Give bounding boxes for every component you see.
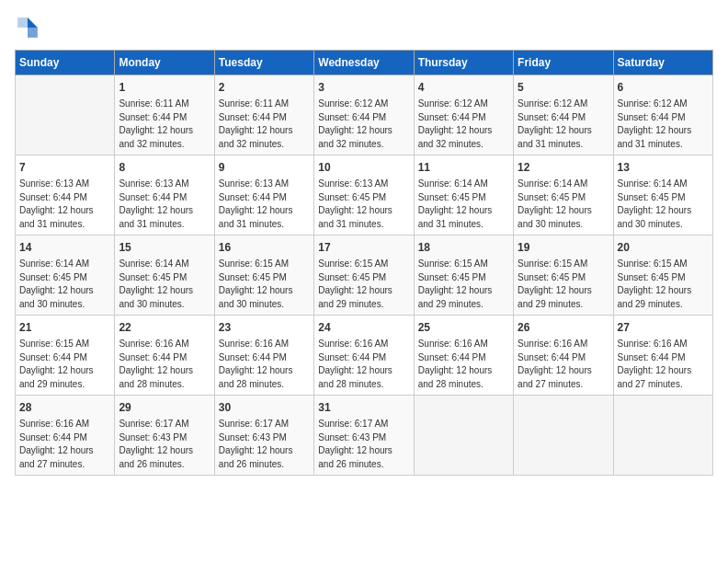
day-number: 9 <box>219 159 310 176</box>
weekday-header: Wednesday <box>314 51 414 75</box>
day-number: 17 <box>318 239 409 256</box>
day-number: 8 <box>119 159 210 176</box>
day-number: 1 <box>119 79 210 96</box>
day-info: Sunrise: 6:15 AM Sunset: 6:44 PM Dayligh… <box>19 338 110 391</box>
day-number: 14 <box>19 239 110 256</box>
day-info: Sunrise: 6:14 AM Sunset: 6:45 PM Dayligh… <box>618 178 709 231</box>
day-info: Sunrise: 6:15 AM Sunset: 6:45 PM Dayligh… <box>318 258 409 311</box>
day-number: 13 <box>618 159 709 176</box>
calendar-cell: 22Sunrise: 6:16 AM Sunset: 6:44 PM Dayli… <box>115 316 214 396</box>
day-number: 30 <box>219 399 310 416</box>
day-info: Sunrise: 6:14 AM Sunset: 6:45 PM Dayligh… <box>119 258 210 311</box>
day-number: 15 <box>119 239 210 256</box>
calendar-cell: 18Sunrise: 6:15 AM Sunset: 6:45 PM Dayli… <box>414 236 513 316</box>
calendar-cell: 26Sunrise: 6:16 AM Sunset: 6:44 PM Dayli… <box>514 316 613 396</box>
day-info: Sunrise: 6:15 AM Sunset: 6:45 PM Dayligh… <box>418 258 509 311</box>
calendar-table: SundayMondayTuesdayWednesdayThursdayFrid… <box>15 50 713 476</box>
calendar-cell: 14Sunrise: 6:14 AM Sunset: 6:45 PM Dayli… <box>16 236 115 316</box>
day-info: Sunrise: 6:12 AM Sunset: 6:44 PM Dayligh… <box>618 98 709 151</box>
calendar-cell: 5Sunrise: 6:12 AM Sunset: 6:44 PM Daylig… <box>514 75 613 155</box>
calendar-cell: 7Sunrise: 6:13 AM Sunset: 6:44 PM Daylig… <box>16 155 115 236</box>
svg-marker-2 <box>28 28 38 38</box>
day-info: Sunrise: 6:17 AM Sunset: 6:43 PM Dayligh… <box>318 418 409 471</box>
calendar-cell: 12Sunrise: 6:14 AM Sunset: 6:45 PM Dayli… <box>514 155 613 236</box>
calendar-cell: 27Sunrise: 6:16 AM Sunset: 6:44 PM Dayli… <box>613 316 712 396</box>
day-number: 27 <box>618 319 709 336</box>
day-info: Sunrise: 6:12 AM Sunset: 6:44 PM Dayligh… <box>418 98 509 151</box>
weekday-header: Sunday <box>16 51 115 75</box>
weekday-header: Saturday <box>613 51 712 75</box>
calendar-cell: 4Sunrise: 6:12 AM Sunset: 6:44 PM Daylig… <box>414 75 513 155</box>
day-info: Sunrise: 6:16 AM Sunset: 6:44 PM Dayligh… <box>418 338 509 391</box>
day-number: 25 <box>418 319 509 336</box>
day-number: 22 <box>119 319 210 336</box>
day-number: 16 <box>219 239 310 256</box>
day-number: 4 <box>418 79 509 96</box>
day-info: Sunrise: 6:15 AM Sunset: 6:45 PM Dayligh… <box>518 258 609 311</box>
calendar-cell: 20Sunrise: 6:15 AM Sunset: 6:45 PM Dayli… <box>613 236 712 316</box>
day-info: Sunrise: 6:16 AM Sunset: 6:44 PM Dayligh… <box>219 338 310 391</box>
day-info: Sunrise: 6:16 AM Sunset: 6:44 PM Dayligh… <box>19 418 110 471</box>
calendar-cell: 17Sunrise: 6:15 AM Sunset: 6:45 PM Dayli… <box>314 236 414 316</box>
day-info: Sunrise: 6:13 AM Sunset: 6:44 PM Dayligh… <box>19 178 110 231</box>
calendar-cell <box>16 75 115 155</box>
day-info: Sunrise: 6:17 AM Sunset: 6:43 PM Dayligh… <box>219 418 310 471</box>
day-number: 24 <box>318 319 409 336</box>
day-info: Sunrise: 6:13 AM Sunset: 6:45 PM Dayligh… <box>318 178 409 231</box>
weekday-header: Thursday <box>414 51 513 75</box>
weekday-header: Tuesday <box>214 51 313 75</box>
day-number: 11 <box>418 159 509 176</box>
calendar-cell: 8Sunrise: 6:13 AM Sunset: 6:44 PM Daylig… <box>115 155 214 236</box>
day-info: Sunrise: 6:12 AM Sunset: 6:44 PM Dayligh… <box>318 98 409 151</box>
weekday-header-row: SundayMondayTuesdayWednesdayThursdayFrid… <box>16 51 713 75</box>
day-number: 23 <box>219 319 310 336</box>
day-number: 20 <box>618 239 709 256</box>
calendar-cell: 25Sunrise: 6:16 AM Sunset: 6:44 PM Dayli… <box>414 316 513 396</box>
calendar-cell: 9Sunrise: 6:13 AM Sunset: 6:44 PM Daylig… <box>214 155 313 236</box>
day-number: 28 <box>19 399 110 416</box>
calendar-week-row: 14Sunrise: 6:14 AM Sunset: 6:45 PM Dayli… <box>16 236 713 316</box>
calendar-cell: 30Sunrise: 6:17 AM Sunset: 6:43 PM Dayli… <box>214 396 313 476</box>
calendar-cell: 24Sunrise: 6:16 AM Sunset: 6:44 PM Dayli… <box>314 316 414 396</box>
calendar-cell <box>514 396 613 476</box>
calendar-cell: 1Sunrise: 6:11 AM Sunset: 6:44 PM Daylig… <box>115 75 214 155</box>
day-number: 6 <box>618 79 709 96</box>
calendar-cell: 31Sunrise: 6:17 AM Sunset: 6:43 PM Dayli… <box>314 396 414 476</box>
calendar-week-row: 7Sunrise: 6:13 AM Sunset: 6:44 PM Daylig… <box>16 155 713 236</box>
calendar-cell <box>414 396 513 476</box>
day-number: 3 <box>318 79 409 96</box>
day-info: Sunrise: 6:16 AM Sunset: 6:44 PM Dayligh… <box>318 338 409 391</box>
day-number: 29 <box>119 399 210 416</box>
logo-icon <box>15 15 40 40</box>
calendar-cell: 6Sunrise: 6:12 AM Sunset: 6:44 PM Daylig… <box>613 75 712 155</box>
calendar-week-row: 28Sunrise: 6:16 AM Sunset: 6:44 PM Dayli… <box>16 396 713 476</box>
calendar-cell: 11Sunrise: 6:14 AM Sunset: 6:45 PM Dayli… <box>414 155 513 236</box>
calendar-cell: 28Sunrise: 6:16 AM Sunset: 6:44 PM Dayli… <box>16 396 115 476</box>
day-info: Sunrise: 6:15 AM Sunset: 6:45 PM Dayligh… <box>618 258 709 311</box>
day-number: 19 <box>518 239 609 256</box>
day-number: 10 <box>318 159 409 176</box>
logo <box>15 15 44 40</box>
day-info: Sunrise: 6:13 AM Sunset: 6:44 PM Dayligh… <box>219 178 310 231</box>
day-info: Sunrise: 6:11 AM Sunset: 6:44 PM Dayligh… <box>119 98 210 151</box>
calendar-cell: 29Sunrise: 6:17 AM Sunset: 6:43 PM Dayli… <box>115 396 214 476</box>
calendar-week-row: 21Sunrise: 6:15 AM Sunset: 6:44 PM Dayli… <box>16 316 713 396</box>
day-number: 31 <box>318 399 409 416</box>
weekday-header: Friday <box>514 51 613 75</box>
day-info: Sunrise: 6:15 AM Sunset: 6:45 PM Dayligh… <box>219 258 310 311</box>
weekday-header: Monday <box>115 51 214 75</box>
calendar-cell: 23Sunrise: 6:16 AM Sunset: 6:44 PM Dayli… <box>214 316 313 396</box>
day-number: 26 <box>518 319 609 336</box>
calendar-cell <box>613 396 712 476</box>
day-info: Sunrise: 6:14 AM Sunset: 6:45 PM Dayligh… <box>518 178 609 231</box>
day-info: Sunrise: 6:13 AM Sunset: 6:44 PM Dayligh… <box>119 178 210 231</box>
day-number: 21 <box>19 319 110 336</box>
calendar-cell: 3Sunrise: 6:12 AM Sunset: 6:44 PM Daylig… <box>314 75 414 155</box>
calendar-week-row: 1Sunrise: 6:11 AM Sunset: 6:44 PM Daylig… <box>16 75 713 155</box>
day-number: 2 <box>219 79 310 96</box>
calendar-cell: 10Sunrise: 6:13 AM Sunset: 6:45 PM Dayli… <box>314 155 414 236</box>
day-info: Sunrise: 6:12 AM Sunset: 6:44 PM Dayligh… <box>518 98 609 151</box>
day-info: Sunrise: 6:16 AM Sunset: 6:44 PM Dayligh… <box>518 338 609 391</box>
day-number: 18 <box>418 239 509 256</box>
day-info: Sunrise: 6:11 AM Sunset: 6:44 PM Dayligh… <box>219 98 310 151</box>
